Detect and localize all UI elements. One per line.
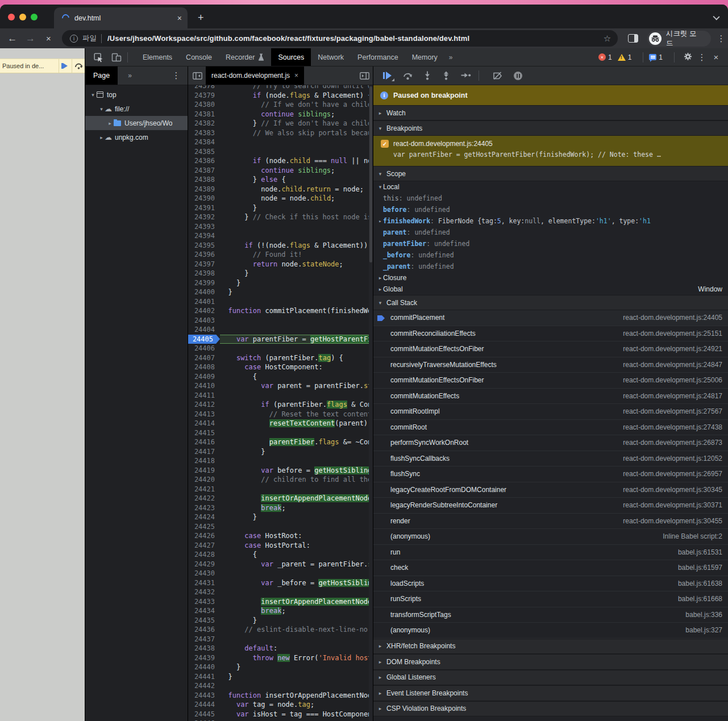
section-event-listener-breakpoints[interactable]: ▸Event Listener Breakpoints [373,685,728,701]
line-number[interactable]: 24406 [188,344,220,353]
line-number[interactable]: 24428 [188,550,220,560]
maximize-window-button[interactable] [31,14,38,20]
inspect-element-icon[interactable] [93,52,103,62]
section-dom-breakpoints[interactable]: ▸DOM Breakpoints [373,654,728,670]
code-text[interactable]: // Found it! [220,250,373,260]
more-panels-icon[interactable]: » [444,53,457,61]
line-number[interactable]: 24402 [188,306,220,316]
line-number[interactable]: 24435 [188,616,220,626]
code-text[interactable]: node = node.child; [220,194,373,203]
section-scope[interactable]: ▾Scope [373,166,728,181]
line-number[interactable]: 24381 [188,110,220,119]
code-text[interactable]: if (node.child === null || node.tag [220,156,373,166]
code-text[interactable]: var tag = node.tag; [220,700,373,710]
editor-scrollbar[interactable] [369,85,373,721]
code-text[interactable]: var _parent = parentFiber.stateNode.con [220,560,373,569]
line-number[interactable]: 24388 [188,175,220,185]
browser-tab[interactable]: dev.html × [54,7,188,28]
line-number[interactable]: 24442 [188,681,220,691]
line-number[interactable]: 24412 [188,400,220,410]
line-number[interactable]: 24393 [188,222,220,232]
line-number[interactable]: 24440 [188,662,220,672]
line-number[interactable]: 24413 [188,410,220,419]
code-text[interactable]: continue siblings; [220,110,373,119]
stack-frame[interactable]: checkbabel.js:61597 [373,560,728,576]
line-number[interactable]: 24391 [188,203,220,213]
breakpoint-entry[interactable]: ✓ react-dom.development.js:24405 var par… [373,136,728,166]
url-text[interactable]: /Users/jhseo/Workspace/src/github.com/fa… [107,34,599,43]
code-text[interactable]: } [220,672,373,682]
code-text[interactable]: node.child.return = node; [220,185,373,194]
tree-item-users-jhseo-wo[interactable]: ▸Users/jhseo/Wo [85,116,188,130]
line-number[interactable]: 24385 [188,147,220,157]
line-number[interactable]: 24397 [188,260,220,269]
code-text[interactable]: } [220,447,373,457]
chevron-down-icon[interactable]: ▾ [90,92,96,98]
devtools-menu-kebab-icon[interactable]: ⋮ [695,52,709,62]
section-global-listeners[interactable]: ▸Global Listeners [373,670,728,686]
code-text[interactable]: throw new Error('Invalid host pa [220,653,373,663]
scope-group-global[interactable]: ▸GlobalWindow [373,284,728,295]
scope-variable-_before[interactable]: _before: undefined [373,249,728,261]
stack-frame[interactable]: performSyncWorkOnRootreact-dom.developme… [373,435,728,451]
line-number[interactable]: 24394 [188,231,220,241]
line-number[interactable]: 24400 [188,287,220,297]
line-number[interactable]: 24424 [188,512,220,522]
code-text[interactable]: } [220,662,373,672]
stack-frame[interactable]: (anonymous)babel.js:327 [373,623,728,639]
code-text[interactable]: continue siblings; [220,166,373,176]
breakpoint-checkbox[interactable]: ✓ [381,140,389,148]
deactivate-breakpoints-icon[interactable] [493,72,503,80]
overlay-step-over-button[interactable] [72,59,85,73]
scope-variable-before[interactable]: before: undefined [373,204,728,215]
editor-file-tab[interactable]: react-dom.development.js × [206,66,304,85]
line-number[interactable]: 24445 [188,710,220,719]
code-text[interactable]: } [220,616,373,626]
issues-badge[interactable]: 1 [649,53,663,61]
stack-frame[interactable]: legacyCreateRootFromDOMContainerreact-do… [373,482,728,498]
line-number[interactable]: 24416 [188,437,220,447]
line-number[interactable]: 24432 [188,587,220,597]
code-text[interactable]: default: [220,644,373,653]
code-text[interactable]: } [220,287,373,297]
line-number[interactable]: 24411 [188,391,220,401]
stack-frame[interactable]: commitReconciliationEffectsreact-dom.dev… [373,326,728,342]
tree-item-top[interactable]: ▾top [85,87,188,102]
devtools-tab-network[interactable]: Network [311,48,351,66]
code-editor[interactable]: 24378 // Try to search down until we fin… [188,85,373,721]
browser-menu-kebab-icon[interactable]: ⋮ [714,34,728,44]
devtools-tab-console[interactable]: Console [179,48,219,66]
code-text[interactable]: // Reset the text content of the [220,410,373,419]
open-sidebar-icon[interactable] [360,72,369,80]
code-text[interactable]: break; [220,503,373,513]
line-number[interactable]: 24443 [188,691,220,701]
chevron-right-icon[interactable]: ▸ [98,135,105,140]
line-number[interactable]: 24431 [188,578,220,588]
line-number[interactable]: 24410 [188,381,220,391]
step-out-icon[interactable] [442,71,450,80]
stack-frame[interactable]: commitPlacementreact-dom.development.js:… [373,310,728,326]
line-number[interactable]: 24407 [188,353,220,363]
line-number[interactable]: 24395 [188,241,220,251]
line-number[interactable]: 24398 [188,269,220,278]
code-text[interactable]: var isHost = tag === HostComponent | [220,710,373,719]
line-number[interactable]: 24383 [188,128,220,138]
line-number[interactable]: 24433 [188,597,220,607]
warning-badge[interactable]: 1 [618,53,632,61]
line-number[interactable]: 24415 [188,428,220,438]
line-number[interactable]: 24418 [188,456,220,466]
scope-variable-parentFiber[interactable]: parentFiber: undefined [373,238,728,249]
close-window-button[interactable] [8,14,15,20]
tab-search-chevron-icon[interactable] [713,13,719,20]
overlay-resume-button[interactable] [59,59,72,73]
line-number[interactable]: 24380 [188,100,220,110]
line-number[interactable]: 24422 [188,494,220,503]
section-xhr-fetch-breakpoints[interactable]: ▸XHR/fetch Breakpoints [373,639,728,655]
line-number[interactable]: 24444 [188,700,220,710]
line-number[interactable]: 24379 [188,91,220,101]
code-text[interactable]: } // If we don't have a child, try [220,119,373,128]
line-number[interactable]: 24427 [188,541,220,551]
code-text[interactable]: case HostPortal: [220,541,373,551]
line-number[interactable]: 24446 [188,719,220,721]
stack-frame[interactable]: commitMutationEffectsOnFiberreact-dom.de… [373,373,728,389]
